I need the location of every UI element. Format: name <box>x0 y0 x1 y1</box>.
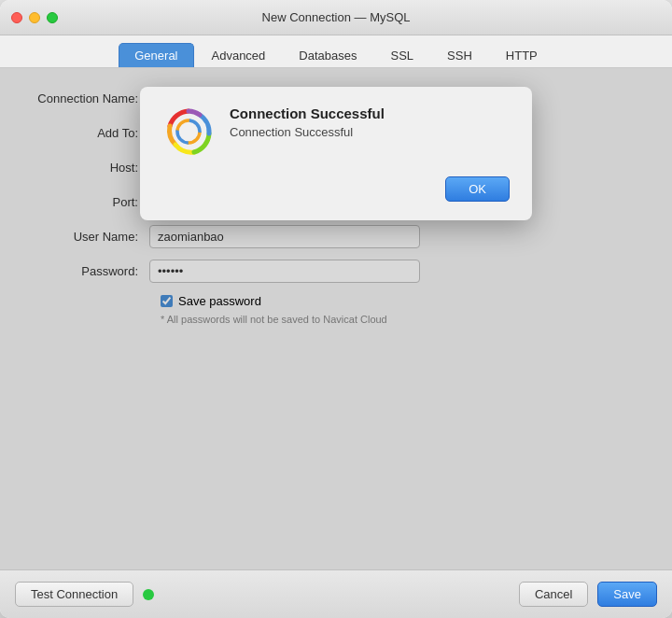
footer-left: Test Connection <box>15 582 519 607</box>
dialog-footer: OK <box>162 176 510 202</box>
dialog-body: Connection Successful Connection Success… <box>162 105 510 158</box>
dialog-overlay: Connection Successful Connection Success… <box>0 68 672 569</box>
ok-button[interactable]: OK <box>445 176 510 202</box>
minimize-button[interactable] <box>29 12 40 23</box>
test-connection-button[interactable]: Test Connection <box>15 582 133 607</box>
content-area: Connection Name: Add To: 🔌 My Connection… <box>0 68 672 569</box>
tab-http[interactable]: HTTP <box>490 43 553 67</box>
maximize-button[interactable] <box>47 12 58 23</box>
connection-status-dot <box>143 589 154 600</box>
navicat-icon <box>162 105 215 158</box>
window-title: New Connection — MySQL <box>262 10 411 24</box>
success-dialog: Connection Successful Connection Success… <box>140 87 532 220</box>
tab-advanced[interactable]: Advanced <box>196 43 282 67</box>
titlebar: New Connection — MySQL <box>0 0 672 35</box>
dialog-text-area: Connection Successful Connection Success… <box>230 105 385 139</box>
dialog-title: Connection Successful <box>230 105 385 121</box>
main-window: New Connection — MySQL General Advanced … <box>0 0 672 618</box>
tab-databases[interactable]: Databases <box>283 43 372 67</box>
tab-ssl[interactable]: SSL <box>374 43 429 67</box>
tabbar: General Advanced Databases SSL SSH HTTP <box>0 35 672 68</box>
tab-ssh[interactable]: SSH <box>431 43 488 67</box>
cancel-button[interactable]: Cancel <box>519 582 588 607</box>
footer: Test Connection Cancel Save <box>0 569 672 618</box>
tab-general[interactable]: General <box>119 43 193 67</box>
dialog-message: Connection Successful <box>230 125 385 139</box>
close-button[interactable] <box>11 12 22 23</box>
traffic-lights <box>11 12 58 23</box>
save-button[interactable]: Save <box>597 582 657 607</box>
footer-right: Cancel Save <box>519 582 657 607</box>
